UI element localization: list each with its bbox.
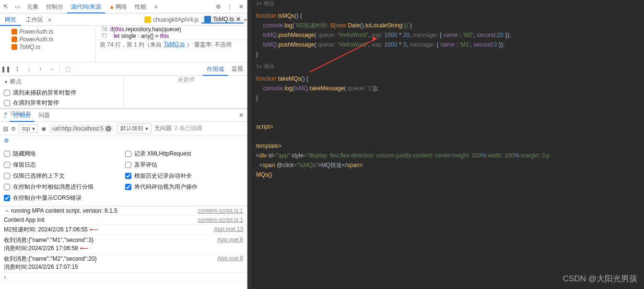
drawer-menu-icon[interactable]: ⋮ <box>0 112 10 119</box>
console-settings: 隐藏网络 记录 XMLHttpRequest 保留日志 及早评估 仅限已选择的上… <box>0 146 247 206</box>
tab-network[interactable]: ▲网络 <box>105 0 131 13</box>
breakpoints-pane: 断点 遇到未捕获的异常时暂停 在遇到异常时暂停 调用堆栈 <box>0 76 124 108</box>
tab-elements[interactable]: 元素 <box>23 0 42 13</box>
log-source-link[interactable]: content-script.js:1 <box>198 217 243 223</box>
tab-watch[interactable]: 监视 <box>228 65 247 73</box>
inspect-icon[interactable]: ⇱ <box>0 3 12 10</box>
log-row: Content App initcontent-script.js:1 <box>0 216 247 225</box>
console-settings-icon[interactable]: ⚙ <box>0 135 247 146</box>
debugger-toolbar: ❚❚ ⤵ ↓ ↑ → ⬚ 作用域 监视 <box>0 62 247 76</box>
deactivate-bp-icon[interactable]: ⬚ <box>62 66 73 72</box>
drawer-close-icon[interactable]: ✕ <box>235 112 247 119</box>
drawer-tabs: ⋮ 控制台 问题 ✕ <box>0 108 247 122</box>
tree-file[interactable]: PowerAuth.ts <box>3 36 93 43</box>
file-tree[interactable]: PowerAuth.ts PowerAuth.ts TsMQ.ts <box>0 26 96 62</box>
more-tabs-icon[interactable]: » <box>150 3 162 10</box>
tree-file[interactable]: TsMQ.ts <box>3 43 93 51</box>
tab-sources[interactable]: 源代码/来源 <box>67 0 105 13</box>
cs-preserve[interactable] <box>4 162 10 168</box>
code-block-1: function tsMQs() { console.log(`M2投递时间: … <box>247 7 644 63</box>
console-filter-input[interactable]: -url:http://localhost:5× <box>49 124 114 133</box>
tree-file[interactable]: PowerAuth.ts <box>3 28 93 36</box>
ts-file-icon <box>12 44 17 50</box>
step-out-icon[interactable]: ↑ <box>35 66 46 72</box>
step-icon[interactable]: → <box>46 66 58 72</box>
console-log[interactable]: → running MPA content script, version: 9… <box>0 206 247 289</box>
more-files-icon[interactable]: » <box>244 16 247 23</box>
log-source-link[interactable]: App.vue:13 <box>214 226 243 234</box>
ide-editor[interactable]: 1+ 用法 function tsMQs() { console.log(`M2… <box>247 0 644 289</box>
console-prompt[interactable]: › <box>0 273 247 282</box>
file-tab-js[interactable]: chuangkitApiV4.js <box>141 16 201 23</box>
usage-hint: 1+ 用法 <box>247 63 644 70</box>
cs-user-activation[interactable] <box>125 184 131 190</box>
cs-hide-network[interactable] <box>4 151 10 157</box>
drawer-issues-tab[interactable]: 问题 <box>35 111 54 120</box>
tab-performance[interactable]: 性能 <box>131 0 150 13</box>
log-source-link[interactable]: App.vue:8 <box>217 236 243 253</box>
ts-file-icon <box>12 29 17 35</box>
pause-icon[interactable]: ❚❚ <box>0 66 12 72</box>
devtools-panel: ⇱ ▭ 元素 控制台 源代码/来源 ▲网络 性能 » ⚙ ⋮ ✕ 网页 工作区 … <box>0 0 247 289</box>
tab-scope[interactable]: 作用域 <box>203 62 228 76</box>
tab-console[interactable]: 控制台 <box>42 0 67 13</box>
console-toolbar: ▤ ⊘ top▾ ◉ -url:http://localhost:5× 默认级别… <box>0 122 247 135</box>
devtools-tab-strip: ⇱ ▭ 元素 控制台 源代码/来源 ▲网络 性能 » ⚙ ⋮ ✕ <box>0 0 247 13</box>
bp-uncaught-checkbox[interactable] <box>4 90 10 96</box>
ts-icon <box>204 16 211 23</box>
log-row: → running MPA content script, version: 9… <box>0 206 247 216</box>
sidebar-toggle-icon[interactable]: ▤ <box>3 125 8 132</box>
log-source-link[interactable]: App.vue:8 <box>217 255 243 271</box>
cs-cors-errors[interactable] <box>4 195 10 201</box>
js-icon <box>144 16 151 23</box>
clear-filter-icon[interactable]: × <box>105 126 111 132</box>
clear-console-icon[interactable]: ⊘ <box>11 125 16 132</box>
subtab-page[interactable]: 网页 <box>0 13 21 26</box>
step-into-icon[interactable]: ↓ <box>23 66 35 72</box>
log-source-link[interactable]: content-script.js:1 <box>198 207 243 214</box>
code-block-2: function takeMQs() { console.log(tsMQ.ta… <box>247 70 644 183</box>
kebab-icon[interactable]: ⋮ <box>224 3 235 10</box>
no-issues-label: 无问题 <box>154 124 172 132</box>
log-row: 收到消息:{"name":"M2","second":20}消息时间:2024/… <box>0 254 247 273</box>
code-preview[interactable]: 76if(this.repository.has(queue) 77 let s… <box>96 26 247 62</box>
hidden-count[interactable]: 2 条已隐藏 <box>175 124 202 132</box>
cs-eager[interactable] <box>125 162 131 168</box>
bp-caught-checkbox[interactable] <box>4 100 10 106</box>
breakpoints-header[interactable]: 断点 <box>0 76 123 88</box>
usage-hint: 1+ 用法 <box>247 0 644 7</box>
close-icon[interactable]: ✕ <box>235 3 247 10</box>
scope-placeholder: 未暂停 <box>124 76 247 108</box>
bp-label: 遇到未捕获的异常时暂停 <box>13 89 76 97</box>
log-level-selector[interactable]: 默认级别▾ <box>117 123 152 133</box>
status-link[interactable]: TsMQ.ts <box>164 41 185 49</box>
status-line: 第 74 行，第 1 列（来自 TsMQ.ts） 覆盖率: 不适用 <box>96 39 247 50</box>
log-row: M2投递时间: 2024/2/26 17:06:55⟵App.vue:13 <box>0 225 247 235</box>
subtab-workspace[interactable]: 工作区 <box>21 13 48 26</box>
sources-sub-tabs: 网页 工作区 » chuangkitApiV4.js TsMQ.ts✕ » <box>0 13 247 26</box>
cs-group-similar[interactable] <box>4 184 10 190</box>
ts-file-icon <box>12 36 17 42</box>
settings-icon[interactable]: ⚙ <box>212 3 224 10</box>
watermark: CSDN @大阳光男孩 <box>563 273 637 284</box>
cs-selected-only[interactable] <box>4 173 10 179</box>
cs-autocomplete[interactable] <box>125 173 131 179</box>
drawer-console-tab[interactable]: 控制台 <box>10 108 35 122</box>
live-expr-icon[interactable]: ◉ <box>41 125 46 132</box>
device-icon[interactable]: ▭ <box>12 3 23 10</box>
more-subtabs-icon[interactable]: » <box>48 16 51 23</box>
file-tab-ts[interactable]: TsMQ.ts✕ <box>201 16 244 24</box>
context-selector[interactable]: top▾ <box>19 124 38 133</box>
step-over-icon[interactable]: ⤵ <box>12 66 23 72</box>
cs-log-xhr[interactable] <box>125 151 131 157</box>
log-row: 收到消息:{"name":"M1","second":3}消息时间:2024/2… <box>0 235 247 254</box>
bp-label: 在遇到异常时暂停 <box>13 99 59 107</box>
